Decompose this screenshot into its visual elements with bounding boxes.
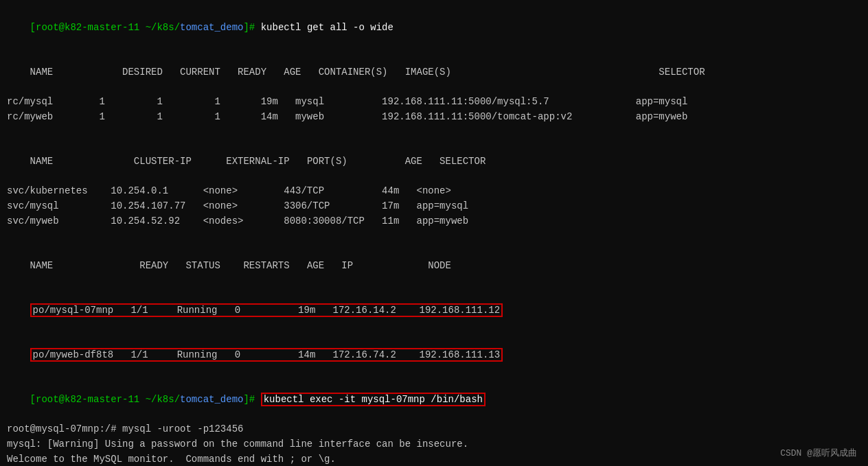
command-1: kubectl get all -o wide bbox=[261, 22, 393, 33]
line-1: [root@k82-master-11 ~/k8s/tomcat_demo]# … bbox=[7, 5, 861, 50]
col-name-2: NAME CLUSTER-IP EXTERNAL-IP PORT(S) AGE … bbox=[30, 156, 486, 167]
path-2: tomcat_demo bbox=[180, 394, 243, 405]
table1-row1: rc/mysql 1 1 1 19m mysql 192.168.111.11:… bbox=[7, 95, 861, 110]
terminal: [root@k82-master-11 ~/k8s/tomcat_demo]# … bbox=[0, 0, 868, 466]
watermark: CSDN @愿听风成曲 bbox=[780, 447, 857, 459]
mysql-warning: mysql: [Warning] Using a password on the… bbox=[7, 437, 861, 452]
table2-row3: svc/myweb 10.254.52.92 <nodes> 8080:3000… bbox=[7, 214, 861, 229]
table3-row1-highlighted: po/mysql-07mnp 1/1 Running 0 19m 172.16.… bbox=[7, 288, 861, 333]
prompt-1b: ]# bbox=[243, 22, 260, 33]
col-name: NAME DESIRED CURRENT READY AGE CONTAINER… bbox=[30, 67, 705, 78]
mysql-welcome: Welcome to the MySQL monitor. Commands e… bbox=[7, 452, 861, 466]
prompt-2b: ]# bbox=[243, 394, 260, 405]
prompt-2: [root@k82-master-11 ~/k8s/ bbox=[30, 394, 180, 405]
table2-header: NAME CLUSTER-IP EXTERNAL-IP PORT(S) AGE … bbox=[7, 139, 861, 184]
table2-row1: svc/kubernetes 10.254.0.1 <none> 443/TCP… bbox=[7, 184, 861, 199]
table3-header: NAME READY STATUS RESTARTS AGE IP NODE bbox=[7, 244, 861, 288]
exec-command-line: [root@k82-master-11 ~/k8s/tomcat_demo]# … bbox=[7, 377, 861, 422]
path-1: tomcat_demo bbox=[180, 22, 243, 33]
mysql-login: root@mysql-07mnp:/# mysql -uroot -p12345… bbox=[7, 422, 861, 437]
table1-header: NAME DESIRED CURRENT READY AGE CONTAINER… bbox=[7, 50, 861, 95]
blank-1 bbox=[7, 125, 861, 140]
table3-row2-highlighted: po/myweb-df8t8 1/1 Running 0 14m 172.16.… bbox=[7, 333, 861, 377]
blank-2 bbox=[7, 229, 861, 244]
exec-command: kubectl exec -it mysql-07mnp /bin/bash bbox=[261, 393, 486, 406]
pod-row-1: po/mysql-07mnp 1/1 Running 0 19m 172.16.… bbox=[30, 303, 503, 317]
table2-row2: svc/mysql 10.254.107.77 <none> 3306/TCP … bbox=[7, 199, 861, 214]
prompt-1: [root@k82-master-11 ~/k8s/ bbox=[30, 22, 180, 33]
col-name-3: NAME READY STATUS RESTARTS AGE IP NODE bbox=[30, 260, 451, 271]
pod-row-2: po/myweb-df8t8 1/1 Running 0 14m 172.16.… bbox=[30, 348, 503, 362]
table1-row2: rc/myweb 1 1 1 14m myweb 192.168.111.11:… bbox=[7, 110, 861, 125]
